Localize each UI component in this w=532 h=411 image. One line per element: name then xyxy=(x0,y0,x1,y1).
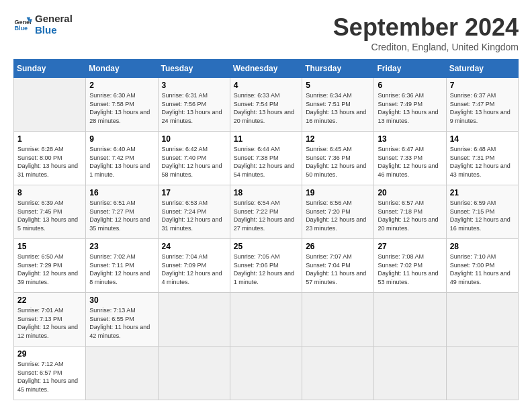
day-info: Sunrise: 6:48 AM Sunset: 7:31 PM Dayligh… xyxy=(450,145,515,179)
calendar-cell xyxy=(86,347,158,400)
header-day-sunday: Sunday xyxy=(14,60,86,78)
calendar-week-row: 2Sunrise: 6:30 AM Sunset: 7:58 PM Daylig… xyxy=(14,78,519,132)
header-day-wednesday: Wednesday xyxy=(230,60,302,78)
calendar-cell: 15Sunrise: 6:50 AM Sunset: 7:29 PM Dayli… xyxy=(14,239,86,293)
day-info: Sunrise: 7:07 AM Sunset: 7:04 PM Dayligh… xyxy=(306,253,370,286)
title-section: September 2024 Crediton, England, United… xyxy=(333,13,519,52)
location-title: Crediton, England, United Kingdom xyxy=(333,42,519,52)
day-info: Sunrise: 7:01 AM Sunset: 7:13 PM Dayligh… xyxy=(17,306,82,340)
day-info: Sunrise: 6:57 AM Sunset: 7:18 PM Dayligh… xyxy=(378,199,442,232)
calendar-cell: 4Sunrise: 6:33 AM Sunset: 7:54 PM Daylig… xyxy=(230,78,302,132)
calendar-week-row: 22Sunrise: 7:01 AM Sunset: 7:13 PM Dayli… xyxy=(14,293,519,347)
logo: General Blue General Blue xyxy=(13,13,73,36)
day-number: 30 xyxy=(89,295,154,305)
day-info: Sunrise: 6:31 AM Sunset: 7:56 PM Dayligh… xyxy=(162,91,226,125)
day-info: Sunrise: 6:44 AM Sunset: 7:38 PM Dayligh… xyxy=(234,145,298,179)
calendar-cell: 25Sunrise: 7:05 AM Sunset: 7:06 PM Dayli… xyxy=(230,239,302,293)
calendar-week-row: 15Sunrise: 6:50 AM Sunset: 7:29 PM Dayli… xyxy=(14,239,519,293)
day-info: Sunrise: 6:42 AM Sunset: 7:40 PM Dayligh… xyxy=(162,145,226,179)
calendar-cell: 30Sunrise: 7:13 AM Sunset: 6:55 PM Dayli… xyxy=(86,293,158,347)
logo-text-blue: Blue xyxy=(35,25,73,36)
day-number: 1 xyxy=(17,134,82,144)
calendar-cell: 23Sunrise: 7:02 AM Sunset: 7:11 PM Dayli… xyxy=(86,239,158,293)
day-number: 11 xyxy=(234,134,298,144)
day-number: 17 xyxy=(162,188,226,197)
calendar-cell: 17Sunrise: 6:53 AM Sunset: 7:24 PM Dayli… xyxy=(158,185,230,239)
calendar-cell xyxy=(446,293,518,347)
calendar-cell: 12Sunrise: 6:45 AM Sunset: 7:36 PM Dayli… xyxy=(302,132,374,185)
calendar-cell: 2Sunrise: 6:30 AM Sunset: 7:58 PM Daylig… xyxy=(86,78,158,132)
calendar-cell: 1Sunrise: 6:28 AM Sunset: 8:00 PM Daylig… xyxy=(14,132,86,185)
day-info: Sunrise: 6:45 AM Sunset: 7:36 PM Dayligh… xyxy=(306,145,370,179)
day-number: 8 xyxy=(17,188,82,197)
day-number: 29 xyxy=(17,349,82,359)
day-info: Sunrise: 7:05 AM Sunset: 7:06 PM Dayligh… xyxy=(234,253,298,286)
calendar-cell: 11Sunrise: 6:44 AM Sunset: 7:38 PM Dayli… xyxy=(230,132,302,185)
month-title: September 2024 xyxy=(333,13,519,42)
header-day-saturday: Saturday xyxy=(446,60,518,78)
calendar-cell: 19Sunrise: 6:56 AM Sunset: 7:20 PM Dayli… xyxy=(302,185,374,239)
day-number: 19 xyxy=(306,188,370,197)
calendar-week-row: 8Sunrise: 6:39 AM Sunset: 7:45 PM Daylig… xyxy=(14,185,519,239)
calendar-cell xyxy=(374,347,446,400)
day-number: 15 xyxy=(17,242,82,251)
header-day-monday: Monday xyxy=(86,60,158,78)
day-info: Sunrise: 6:50 AM Sunset: 7:29 PM Dayligh… xyxy=(17,253,82,286)
calendar-week-row: 1Sunrise: 6:28 AM Sunset: 8:00 PM Daylig… xyxy=(14,132,519,185)
day-number: 27 xyxy=(378,242,442,251)
day-number: 26 xyxy=(306,242,370,251)
day-info: Sunrise: 7:08 AM Sunset: 7:02 PM Dayligh… xyxy=(378,253,442,286)
calendar-cell xyxy=(374,293,446,347)
day-number: 18 xyxy=(234,188,298,197)
header-day-thursday: Thursday xyxy=(302,60,374,78)
calendar-cell xyxy=(302,347,374,400)
calendar-cell: 24Sunrise: 7:04 AM Sunset: 7:09 PM Dayli… xyxy=(158,239,230,293)
day-number: 25 xyxy=(234,242,298,251)
calendar-cell xyxy=(230,293,302,347)
day-number: 28 xyxy=(450,242,515,251)
calendar-cell: 8Sunrise: 6:39 AM Sunset: 7:45 PM Daylig… xyxy=(14,185,86,239)
day-number: 23 xyxy=(89,242,154,251)
day-number: 12 xyxy=(306,134,370,144)
day-info: Sunrise: 6:53 AM Sunset: 7:24 PM Dayligh… xyxy=(162,199,226,232)
day-number: 4 xyxy=(234,81,298,90)
day-number: 10 xyxy=(162,134,226,144)
day-info: Sunrise: 7:13 AM Sunset: 6:55 PM Dayligh… xyxy=(89,306,154,340)
day-info: Sunrise: 6:30 AM Sunset: 7:58 PM Dayligh… xyxy=(89,91,154,125)
day-info: Sunrise: 6:34 AM Sunset: 7:51 PM Dayligh… xyxy=(306,91,370,125)
day-info: Sunrise: 7:02 AM Sunset: 7:11 PM Dayligh… xyxy=(89,253,154,286)
calendar-table: SundayMondayTuesdayWednesdayThursdayFrid… xyxy=(13,59,519,400)
day-number: 24 xyxy=(162,242,226,251)
day-info: Sunrise: 6:36 AM Sunset: 7:49 PM Dayligh… xyxy=(378,91,442,125)
calendar-cell: 13Sunrise: 6:47 AM Sunset: 7:33 PM Dayli… xyxy=(374,132,446,185)
calendar-cell: 14Sunrise: 6:48 AM Sunset: 7:31 PM Dayli… xyxy=(446,132,518,185)
day-info: Sunrise: 6:39 AM Sunset: 7:45 PM Dayligh… xyxy=(17,199,82,232)
calendar-cell: 28Sunrise: 7:10 AM Sunset: 7:00 PM Dayli… xyxy=(446,239,518,293)
day-number: 20 xyxy=(378,188,442,197)
calendar-cell xyxy=(158,347,230,400)
logo-text-general: General xyxy=(35,13,73,25)
day-info: Sunrise: 7:04 AM Sunset: 7:09 PM Dayligh… xyxy=(162,253,226,286)
calendar-cell: 16Sunrise: 6:51 AM Sunset: 7:27 PM Dayli… xyxy=(86,185,158,239)
day-number: 16 xyxy=(89,188,154,197)
calendar-cell: 21Sunrise: 6:59 AM Sunset: 7:15 PM Dayli… xyxy=(446,185,518,239)
day-number: 22 xyxy=(17,295,82,305)
calendar-cell: 26Sunrise: 7:07 AM Sunset: 7:04 PM Dayli… xyxy=(302,239,374,293)
header-day-tuesday: Tuesday xyxy=(158,60,230,78)
day-number: 6 xyxy=(378,81,442,90)
calendar-cell: 9Sunrise: 6:40 AM Sunset: 7:42 PM Daylig… xyxy=(86,132,158,185)
calendar-cell: 3Sunrise: 6:31 AM Sunset: 7:56 PM Daylig… xyxy=(158,78,230,132)
calendar-cell: 18Sunrise: 6:54 AM Sunset: 7:22 PM Dayli… xyxy=(230,185,302,239)
day-info: Sunrise: 7:12 AM Sunset: 6:57 PM Dayligh… xyxy=(17,360,82,394)
day-info: Sunrise: 6:54 AM Sunset: 7:22 PM Dayligh… xyxy=(234,199,298,232)
calendar-cell: 7Sunrise: 6:37 AM Sunset: 7:47 PM Daylig… xyxy=(446,78,518,132)
calendar-cell xyxy=(158,293,230,347)
day-info: Sunrise: 6:33 AM Sunset: 7:54 PM Dayligh… xyxy=(234,91,298,125)
calendar-cell xyxy=(14,78,86,132)
day-info: Sunrise: 6:37 AM Sunset: 7:47 PM Dayligh… xyxy=(450,91,515,125)
calendar-header-row: SundayMondayTuesdayWednesdayThursdayFrid… xyxy=(14,60,519,78)
day-number: 5 xyxy=(306,81,370,90)
calendar-cell: 22Sunrise: 7:01 AM Sunset: 7:13 PM Dayli… xyxy=(14,293,86,347)
day-info: Sunrise: 7:10 AM Sunset: 7:00 PM Dayligh… xyxy=(450,253,515,286)
calendar-cell xyxy=(302,293,374,347)
